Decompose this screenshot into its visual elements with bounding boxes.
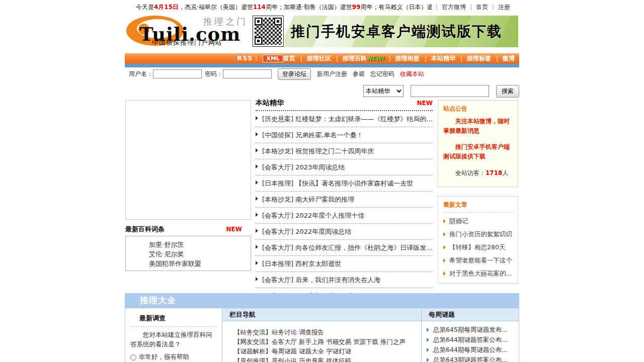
board-nav-row[interactable]: 【网友交流】会客大厅 新手上路 书籍交易 资源下载 推门之声 — [234, 337, 421, 346]
board-category-label: 【谜题解析】 — [234, 347, 272, 355]
notice-paragraph: 关注本站微博，随时掌握最新消息 — [443, 117, 513, 136]
puzzle-item[interactable]: 总第644期谜题答案公布... — [427, 333, 519, 343]
top-link[interactable]: 注册 — [488, 4, 510, 11]
login-links: 新用户注册参观忘记密码收藏本站 — [317, 70, 430, 78]
puzzle-item-text: 总第645期每周谜题发布... — [433, 326, 508, 333]
search-category-select[interactable]: 本站精华 — [363, 85, 404, 97]
top-bar: 今天是4月15日，杰克·福翠尔（美国）逝世114周年；加斯通·勒鲁（法国）逝世9… — [125, 0, 519, 14]
board-nav-row[interactable]: 【原创推理】原创小说 历史悬案 媒体征稿 — [234, 356, 421, 362]
puzzle-item-text: 总第644期谜题答案公布... — [433, 336, 508, 343]
username-input[interactable] — [153, 69, 202, 78]
article-item[interactable]: 阴婚记 — [443, 213, 513, 226]
highlight-item[interactable]: [会客大厅] 2023年阅读总结 — [256, 159, 433, 175]
login-link[interactable]: 收藏本站 — [400, 70, 424, 77]
article-item[interactable]: 推门小资历的絮絮叨叨 — [443, 226, 513, 239]
password-input[interactable] — [223, 69, 272, 78]
article-item[interactable]: 希望老蔡能看一下这个 — [443, 252, 513, 265]
puzzle-item[interactable]: 总第644期每周谜题公布... — [427, 343, 519, 353]
visitors-prefix: 全站访客： — [455, 169, 486, 176]
qr-code — [253, 16, 284, 47]
top-link[interactable]: 官方微博 — [432, 4, 466, 11]
marquee-segment: 今天是 — [136, 4, 154, 11]
daquan-section: 推理大全 最新调查 您对本站建立推理百科问答系统的看法是？ 非常好，很有帮助 不… — [125, 293, 519, 362]
triangle-bullet-icon — [256, 180, 258, 185]
article-item-text: 【转移】相恋280天 — [449, 243, 505, 251]
qr-pattern — [255, 18, 282, 45]
nav-item[interactable]: 推理百科NEW! — [343, 54, 395, 63]
triangle-bullet-icon — [443, 258, 446, 262]
highlight-item[interactable]: [本格沙龙] 南大碎尸案我的推理 — [256, 192, 433, 208]
puzzle-item-text: 总第644期每周谜题公布... — [433, 346, 508, 353]
nav-item[interactable]: 首页 — [283, 54, 307, 63]
board-links[interactable]: 站务讨论 调查报告 — [272, 328, 324, 336]
login-link[interactable]: 新用户注册 — [317, 70, 347, 77]
highlights-header: 本站精华 NEW — [256, 99, 433, 111]
top-link[interactable]: 首页 — [466, 4, 488, 11]
marquee-segment: 114 — [253, 4, 266, 11]
nav-item[interactable]: 微博 — [503, 54, 515, 63]
highlight-item[interactable]: [会客大厅] 向各位师友汇报，拙作《杜鹃之海》日译版发... — [256, 240, 433, 256]
nav-item[interactable]: 本站精华 — [431, 54, 467, 63]
slogan-bottom: 中国侦探推理门户网站 — [152, 38, 222, 47]
baike-entry-link[interactable]: 加里·舒尔茨 — [149, 240, 251, 249]
radio-button-icon[interactable] — [130, 354, 136, 360]
daquan-bar: 推理大全 — [125, 293, 519, 308]
highlight-item[interactable]: [会客大厅] 2022年度阅读总结 — [256, 224, 433, 240]
board-nav-rows: 【站务交流】站务讨论 调查报告 【网友交流】会客大厅 新手上路 书籍交易 资源下… — [222, 321, 421, 362]
weekly-puzzle-title: 每周谜题 — [422, 308, 519, 321]
board-nav-row[interactable]: 【谜题解析】每周谜题 谜题大全 字谜灯谜 — [234, 346, 421, 356]
baike-list: 加里·舒尔茨艾伦·尼尔奖美国犯罪作家联盟 — [125, 236, 251, 271]
main-navigation: RSS： XML 首页 推理社区 推理百科NEW! 推理相册 本站精华 推理标签… — [125, 53, 519, 67]
login-link[interactable]: 参观 — [353, 70, 365, 77]
site-logo[interactable]: Tuili.com 推理之门 中国侦探推理门户网站 — [126, 14, 248, 47]
board-nav-column: 栏目导航 【站务交流】站务讨论 调查报告 【网友交流】会客大厅 新手上路 书籍交… — [222, 308, 422, 362]
board-nav-row[interactable]: 【站务交流】站务讨论 调查报告 — [234, 327, 421, 337]
board-links[interactable]: 每周谜题 谜题大全 字谜灯谜 — [272, 347, 351, 355]
highlight-item[interactable]: [会客大厅] 后来，我们并没有消失在人海 — [256, 272, 433, 288]
rss-area: RSS： XML — [237, 54, 283, 63]
triangle-bullet-icon — [443, 232, 446, 236]
highlight-item[interactable]: [日本推理] 西村京太郎逝世 — [256, 256, 433, 272]
highlight-item[interactable]: [中国侦探] 兄弟姓霍,单名一个桑！ — [256, 127, 433, 143]
highlights-list: [历史悬案] 红楼疑梦：太虚幻狱录——《红楼梦》结局的... [中国侦探] 兄弟… — [256, 111, 433, 304]
survey-question: 您对本站建立推理百科问答系统的看法是？ — [130, 330, 218, 349]
puzzle-item[interactable]: 总第645期每周谜题发布... — [427, 323, 519, 333]
highlight-item[interactable]: [会客大厅] 2022年度个人推理十佳 — [256, 208, 433, 224]
android-client-banner[interactable]: 推门手机安卓客户端测试版下载 — [285, 16, 518, 47]
highlight-item[interactable]: [本格沙龙] 祝贺推理之门二十四周年庆 — [256, 143, 433, 159]
baike-entry-link[interactable]: 美国犯罪作家联盟 — [149, 259, 251, 268]
survey-option[interactable]: 非常好，很有帮助 — [130, 353, 218, 361]
site-notice-box: 站点公告 关注本站微博，随时掌握最新消息推门安卓手机客户端测试版提供下载 全站访… — [438, 100, 518, 187]
latest-articles-box: 最新文章 阴婚记 推门小资历的絮絮叨叨 【转移】相恋280天 希望老蔡能看一下这… — [438, 196, 518, 284]
board-links[interactable]: 原创小说 历史悬案 媒体征稿 — [272, 357, 351, 362]
highlight-item[interactable]: [历史悬案] 红楼疑梦：太虚幻狱录——《红楼梦》结局的... — [256, 111, 433, 127]
login-link[interactable]: 忘记密码 — [370, 70, 394, 77]
triangle-bullet-icon — [256, 261, 258, 265]
nav-item-label: 微博 — [503, 54, 515, 63]
nav-item-label: 推理相册 — [395, 54, 420, 63]
login-button[interactable]: 登录论坛 — [278, 68, 311, 80]
xml-feed-button[interactable]: XML — [263, 55, 283, 62]
nav-item[interactable]: 推理标签 — [467, 54, 503, 63]
qr-finder-icon — [255, 37, 262, 45]
triangle-bullet-icon — [256, 132, 258, 136]
visitors-suffix: 人 — [502, 169, 508, 176]
search-input[interactable] — [411, 85, 489, 97]
board-links[interactable]: 会客大厅 新手上路 书籍交易 资源下载 推门之声 — [272, 338, 406, 345]
qr-finder-icon — [255, 18, 262, 25]
article-item[interactable]: 对于黑色大丽花案的... — [443, 265, 513, 278]
highlight-item-text: [日本推理] 【快讯】著名推理小说作家森村诚一去世 — [262, 179, 413, 187]
highlight-item-text: [中国侦探] 兄弟姓霍,单名一个桑！ — [262, 131, 363, 139]
search-button[interactable]: 搜索 — [496, 85, 519, 98]
nav-item[interactable]: 推理相册 — [395, 54, 431, 63]
article-item[interactable]: 【转移】相恋280天 — [443, 239, 513, 252]
puzzle-item[interactable]: 总第643期谜题答案公布... — [427, 353, 519, 362]
triangle-bullet-icon — [256, 277, 258, 281]
survey-option-label: 非常好，很有帮助 — [139, 353, 189, 361]
baike-entry-link[interactable]: 艾伦·尼尔奖 — [149, 249, 251, 259]
highlight-item[interactable]: [日本推理] 【快讯】著名推理小说作家森村诚一去世 — [256, 175, 433, 192]
rss-label: RSS： — [237, 54, 260, 63]
triangle-bullet-icon — [427, 348, 429, 352]
article-item-text: 希望老蔡能看一下这个 — [449, 256, 512, 264]
nav-item[interactable]: 推理社区 — [307, 54, 343, 63]
